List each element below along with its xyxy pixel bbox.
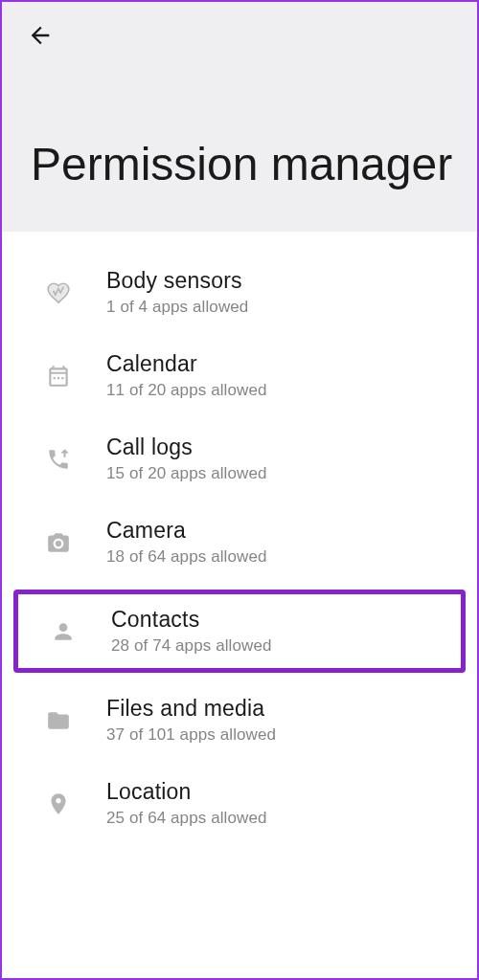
- item-subtitle: 1 of 4 apps allowed: [106, 298, 248, 317]
- back-button[interactable]: [26, 21, 55, 50]
- item-text: Contacts 28 of 74 apps allowed: [111, 607, 272, 656]
- location-icon: [45, 791, 72, 817]
- back-arrow-icon: [27, 22, 54, 49]
- contacts-icon: [50, 618, 77, 645]
- camera-icon: [45, 529, 72, 556]
- list-item-call-logs[interactable]: Call logs 15 of 20 apps allowed: [2, 417, 477, 501]
- list-item-files-media[interactable]: Files and media 37 of 101 apps allowed: [2, 679, 477, 762]
- item-title: Files and media: [106, 696, 276, 722]
- item-title: Calendar: [106, 351, 267, 377]
- item-text: Calendar 11 of 20 apps allowed: [106, 351, 267, 400]
- item-text: Body sensors 1 of 4 apps allowed: [106, 268, 248, 317]
- list-item-camera[interactable]: Camera 18 of 64 apps allowed: [2, 501, 477, 584]
- calendar-icon: [45, 363, 72, 390]
- item-subtitle: 15 of 20 apps allowed: [106, 464, 267, 483]
- item-text: Call logs 15 of 20 apps allowed: [106, 434, 267, 483]
- item-text: Camera 18 of 64 apps allowed: [106, 518, 267, 567]
- page-title: Permission manager: [26, 136, 453, 193]
- item-subtitle: 25 of 64 apps allowed: [106, 809, 267, 828]
- call-logs-icon: [45, 446, 72, 473]
- permission-list: Body sensors 1 of 4 apps allowed Calenda…: [2, 232, 477, 845]
- list-item-calendar[interactable]: Calendar 11 of 20 apps allowed: [2, 334, 477, 417]
- item-subtitle: 37 of 101 apps allowed: [106, 725, 276, 745]
- list-item-location[interactable]: Location 25 of 64 apps allowed: [2, 762, 477, 845]
- list-item-contacts[interactable]: Contacts 28 of 74 apps allowed: [13, 590, 466, 673]
- item-subtitle: 28 of 74 apps allowed: [111, 636, 272, 656]
- item-subtitle: 18 of 64 apps allowed: [106, 547, 267, 567]
- item-title: Call logs: [106, 434, 267, 460]
- list-item-body-sensors[interactable]: Body sensors 1 of 4 apps allowed: [2, 251, 477, 334]
- header: Permission manager: [2, 2, 477, 232]
- item-subtitle: 11 of 20 apps allowed: [106, 381, 267, 400]
- body-sensors-icon: [45, 279, 72, 306]
- files-media-icon: [45, 707, 72, 734]
- item-text: Files and media 37 of 101 apps allowed: [106, 696, 276, 745]
- item-title: Location: [106, 779, 267, 805]
- item-title: Contacts: [111, 607, 272, 633]
- item-title: Camera: [106, 518, 267, 544]
- item-title: Body sensors: [106, 268, 248, 294]
- item-text: Location 25 of 64 apps allowed: [106, 779, 267, 828]
